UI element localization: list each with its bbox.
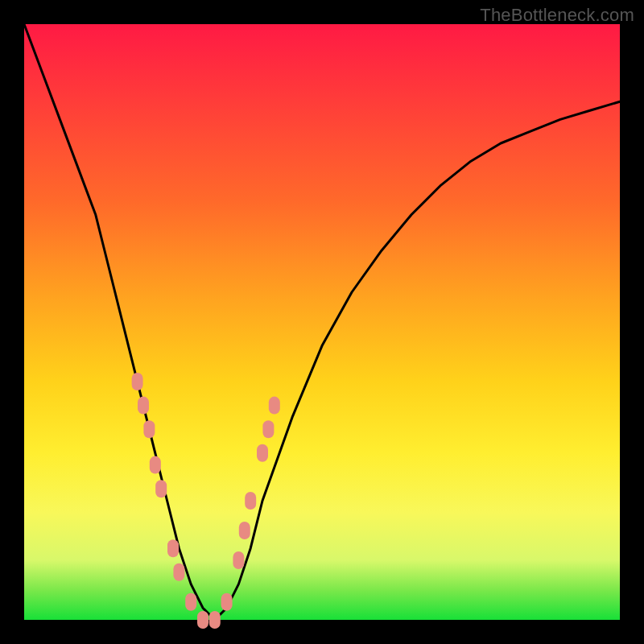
marker-group (132, 373, 280, 629)
chart-svg (24, 24, 620, 620)
data-marker (150, 456, 161, 474)
data-marker (173, 564, 184, 581)
data-marker (257, 444, 268, 462)
curve-group (24, 24, 620, 620)
chart-frame: TheBottleneck.com (0, 0, 644, 644)
watermark-text: TheBottleneck.com (480, 5, 634, 26)
data-marker (221, 593, 233, 611)
data-marker (233, 551, 244, 569)
data-marker (197, 611, 208, 629)
bottleneck-curve (24, 24, 620, 620)
data-marker (132, 373, 143, 390)
data-marker (262, 420, 274, 438)
data-marker (167, 539, 179, 557)
data-marker (209, 611, 221, 629)
data-marker (138, 397, 149, 415)
data-marker (155, 480, 167, 497)
data-marker (245, 492, 256, 510)
data-marker (185, 593, 196, 611)
data-marker (269, 397, 280, 415)
plot-area (24, 24, 620, 620)
data-marker (239, 522, 250, 539)
data-marker (143, 420, 155, 438)
